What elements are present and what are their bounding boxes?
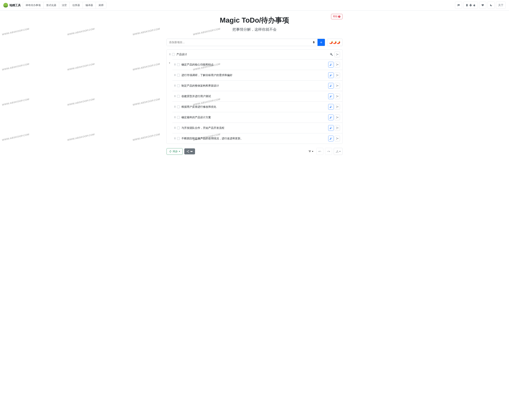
checkbox[interactable] [177,105,180,108]
magic-breakdown-button[interactable] [328,62,334,68]
svg-point-27 [336,137,337,138]
platforms-button[interactable] [463,2,478,9]
item-menu-button[interactable] [334,114,340,120]
drag-handle-icon[interactable]: ⠿ [174,84,175,87]
filter-icon [308,150,311,153]
todo-child-row: ⠿ 与开发团队合作，开始产品开发流程 [172,123,342,133]
item-menu-button[interactable] [334,125,340,131]
help-button[interactable]: 帮助 [331,14,342,19]
item-menu-button[interactable] [334,93,340,99]
new-item-input[interactable] [167,39,310,46]
wand-icon [330,84,332,87]
svg-point-28 [336,138,337,139]
item-menu-button[interactable] [334,136,340,141]
child-list: ⠿ 确定产品的核心功能和特点 ⠿ 进行市场调研，了解目标用户的需求和偏好 ⠿ [172,59,342,144]
checkbox[interactable] [177,84,180,87]
magic-breakdown-button[interactable] [328,125,334,131]
share-button[interactable] [184,148,195,154]
apple-icon [473,4,476,7]
nav-tab-chef[interactable]: 厨师 [96,2,106,8]
svg-point-25 [336,128,337,128]
dots-vertical-icon [336,95,337,98]
magic-breakdown-button[interactable] [328,104,334,110]
drag-handle-icon[interactable]: ⠿ [174,95,175,98]
patreon-button[interactable] [455,2,462,9]
tools-dropdown-button[interactable] [334,148,342,155]
todo-text[interactable]: 根据用户反馈进行修改和优化 [182,105,327,109]
undo-button[interactable] [316,148,323,155]
todo-text[interactable]: 与开发团队合作，开始产品开发流程 [182,126,327,130]
chevron-down-icon [337,64,338,65]
add-button[interactable] [318,39,325,46]
drag-handle-icon[interactable]: ⠿ [174,137,175,140]
drag-handle-icon[interactable]: ⠿ [174,116,175,119]
svg-point-5 [336,55,337,56]
filter-button[interactable] [307,149,315,154]
brand-text: 地精工具 [9,3,21,7]
nav-tab-estimator[interactable]: 估算器 [70,2,83,8]
drag-handle-icon[interactable]: ⠿ [169,53,170,56]
magic-breakdown-button[interactable] [328,83,334,89]
favorite-button[interactable] [479,2,486,9]
checkbox[interactable] [177,63,180,66]
todo-text[interactable]: 进行市场调研，了解目标用户的需求和偏好 [182,74,327,77]
mic-button[interactable] [310,39,318,46]
todo-text[interactable]: 制定产品的整体架构和界面设计 [182,84,327,88]
nav-tab-formalizer[interactable]: 形式化器 [44,2,59,8]
todo-child-row: ⠿ 创建原型并进行用户测试 [172,91,342,101]
todo-text[interactable]: 确定最终的产品设计方案 [182,116,327,119]
sync-label: 同步 [173,150,178,153]
magic-breakdown-button[interactable] [328,93,334,99]
checkbox[interactable] [177,116,180,119]
todo-child-row: ⠿ 不断跟踪和监测产品的使用情况，进行改进和更新。 [172,133,342,144]
spiciness-selector[interactable]: 🌶️🌶️🌶️ [327,39,342,46]
nav-tab-judge[interactable]: 法官 [59,2,70,8]
todo-text[interactable]: 确定产品的核心功能和特点 [182,63,327,67]
svg-point-29 [336,139,337,140]
checkbox[interactable] [172,53,175,56]
about-button[interactable]: 关于 [496,2,506,9]
checkbox[interactable] [177,95,180,98]
item-menu-button[interactable] [334,52,340,57]
brand-wrap[interactable]: 地精工具 [3,3,21,8]
magic-breakdown-button[interactable] [328,114,334,120]
tools-icon [330,53,333,56]
drag-handle-icon[interactable]: ⠿ [174,74,175,76]
svg-rect-0 [457,4,458,6]
item-menu-button[interactable] [334,83,340,89]
collapse-icon[interactable] [168,62,171,64]
heart-icon [481,4,484,7]
wand-icon [330,137,332,140]
redo-button[interactable] [325,148,332,155]
wand-icon [330,63,332,66]
dark-mode-button[interactable] [487,2,494,9]
checkbox[interactable] [177,137,180,140]
chevron-down-icon [312,151,313,152]
todo-text[interactable]: 不断跟踪和监测产品的使用情况，进行改进和更新。 [182,137,327,140]
item-menu-button[interactable] [334,72,340,78]
todo-text[interactable]: 创建原型并进行用户测试 [182,95,327,98]
svg-point-22 [336,117,337,118]
nav-tab-magic-todo[interactable]: 神奇待办事项 [23,2,44,8]
svg-point-24 [336,127,337,128]
magic-breakdown-button[interactable] [328,72,334,78]
todo-text[interactable]: 产品设计 [176,53,328,56]
dots-vertical-icon [336,127,337,129]
item-menu-button[interactable] [334,104,340,110]
magic-breakdown-button[interactable] [328,136,334,141]
drag-handle-icon[interactable]: ⠿ [174,127,175,129]
svg-point-12 [336,85,337,85]
sync-button[interactable]: 同步 [167,148,183,155]
nav-tab-compiler[interactable]: 编译器 [83,2,96,8]
drag-handle-icon[interactable]: ⠿ [174,105,175,108]
svg-point-1 [458,4,460,6]
watermark: WWW.ABSKOOP.COM [132,98,160,106]
chevron-down-icon [337,106,338,107]
checkbox[interactable] [177,74,180,76]
chevron-down-icon [337,75,338,76]
item-menu-button[interactable] [334,62,340,68]
drag-handle-icon[interactable]: ⠿ [174,63,175,66]
watermark: WWW.ABSKOOP.COM [2,27,30,36]
checkbox[interactable] [177,127,180,129]
patreon-icon [457,4,460,7]
